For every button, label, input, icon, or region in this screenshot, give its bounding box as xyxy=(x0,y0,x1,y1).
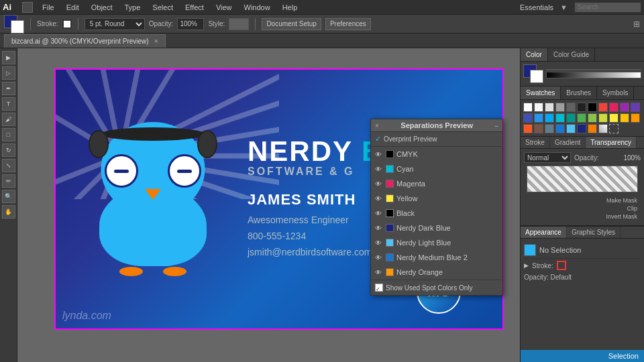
doc-setup-button[interactable]: Document Setup xyxy=(262,18,321,30)
swatch[interactable] xyxy=(631,103,640,112)
panel-collapse-icon[interactable]: – xyxy=(494,122,498,129)
grey-gradient-bar[interactable] xyxy=(546,72,641,78)
spot-colors-checkbox[interactable]: ✓ xyxy=(375,284,383,292)
swatch[interactable] xyxy=(523,124,533,133)
graphic-styles-tab[interactable]: Graphic Styles xyxy=(567,227,621,238)
sep-row-cyan[interactable]: 👁 Cyan xyxy=(371,162,502,176)
brushes-tab[interactable]: Brushes xyxy=(561,86,597,99)
pen-tool[interactable]: ✒ xyxy=(2,82,15,95)
menu-item-help[interactable]: Help xyxy=(280,3,301,11)
gradient-section-tab[interactable]: Gradient xyxy=(550,137,586,148)
eye-icon-nerdy-med[interactable]: 👁 xyxy=(375,254,383,261)
symbols-tab[interactable]: Symbols xyxy=(597,86,634,99)
panel-header[interactable]: × Separations Preview – xyxy=(371,119,502,132)
sep-row-black[interactable]: 👁 Black xyxy=(371,206,502,221)
menu-item-select[interactable]: Select xyxy=(150,3,176,11)
stroke-color-swatch[interactable] xyxy=(557,261,566,270)
swatch[interactable] xyxy=(566,113,576,123)
swatch[interactable] xyxy=(534,113,543,123)
menu-item-window[interactable]: Window xyxy=(241,3,273,11)
swatch[interactable] xyxy=(555,103,565,112)
eye-icon-nerdy-dark[interactable]: 👁 xyxy=(375,225,383,232)
swatches-tab[interactable]: Swatches xyxy=(521,86,561,99)
eye-icon-nerdy-orange[interactable]: 👁 xyxy=(375,269,383,276)
eye-icon-cmyk[interactable]: 👁 xyxy=(375,151,383,158)
sep-row-nerdy-dark[interactable]: 👁 Nerdy Dark Blue xyxy=(371,221,502,235)
stroke-swatch[interactable] xyxy=(62,19,72,29)
swatch[interactable] xyxy=(534,124,543,133)
swatch[interactable] xyxy=(577,103,586,112)
transparency-section-tab[interactable]: Transparency xyxy=(586,137,637,148)
blend-mode-select[interactable]: Normal xyxy=(524,152,571,163)
swatch[interactable] xyxy=(609,124,619,133)
swatch[interactable] xyxy=(545,124,554,133)
eye-icon-yellow[interactable]: 👁 xyxy=(375,195,383,202)
swatch[interactable] xyxy=(631,113,640,123)
rotate-tool[interactable]: ↻ xyxy=(2,143,15,157)
menu-item-view[interactable]: View xyxy=(213,3,235,11)
swatch[interactable] xyxy=(534,103,543,112)
eye-icon-black[interactable]: 👁 xyxy=(375,210,383,217)
menu-item-edit[interactable]: Edit xyxy=(64,3,82,11)
menu-item-effect[interactable]: Effect xyxy=(182,3,207,11)
color-gradient-bar[interactable] xyxy=(546,69,641,70)
stroke-section-tab[interactable]: Stroke xyxy=(521,137,550,148)
swatch[interactable] xyxy=(609,113,619,123)
overprint-check-icon[interactable]: ✓ xyxy=(375,135,381,143)
tab-close-icon[interactable]: × xyxy=(154,38,158,45)
swatch[interactable] xyxy=(609,103,619,112)
swatch[interactable] xyxy=(620,113,629,123)
hand-tool[interactable]: ✋ xyxy=(2,205,15,219)
menu-item-object[interactable]: Object xyxy=(89,3,115,11)
panel-close-icon[interactable]: × xyxy=(375,122,379,129)
sep-row-magenta[interactable]: 👁 Magenta xyxy=(371,176,502,191)
zoom-tool[interactable]: 🔍 xyxy=(2,190,15,203)
eye-icon-nerdy-light[interactable]: 👁 xyxy=(375,239,383,247)
sep-row-cmyk[interactable]: 👁 CMYK xyxy=(371,147,502,162)
document-tab[interactable]: bizcard.ai @ 300% (CMYK/Overprint Previe… xyxy=(4,34,166,48)
swatch[interactable] xyxy=(588,113,597,123)
color-tab[interactable]: Color xyxy=(521,48,548,61)
background-color[interactable] xyxy=(11,20,24,34)
swatch[interactable] xyxy=(588,103,597,112)
selection-tool[interactable]: ▶ xyxy=(2,51,15,64)
swatch[interactable] xyxy=(545,113,554,123)
eye-icon-magenta[interactable]: 👁 xyxy=(375,180,383,188)
swatch[interactable] xyxy=(566,103,576,112)
swatch[interactable] xyxy=(598,113,608,123)
brush-tool[interactable]: 🖌 xyxy=(2,113,15,126)
opacity-input[interactable] xyxy=(177,18,204,30)
sep-row-yellow[interactable]: 👁 Yellow xyxy=(371,191,502,206)
swatch[interactable] xyxy=(545,103,554,112)
direct-select-tool[interactable]: ▷ xyxy=(2,66,15,80)
text-tool[interactable]: T xyxy=(2,97,15,111)
sep-row-nerdy-med[interactable]: 👁 Nerdy Medium Blue 2 xyxy=(371,250,502,265)
search-input[interactable] xyxy=(574,2,641,13)
menu-item-file[interactable]: File xyxy=(40,3,57,11)
swatch[interactable] xyxy=(523,113,533,123)
swatch[interactable] xyxy=(577,113,586,123)
swatch[interactable] xyxy=(598,124,608,133)
workspace-chevron-icon[interactable]: ▼ xyxy=(560,3,568,11)
scale-tool[interactable]: ⤡ xyxy=(2,159,15,172)
swatch[interactable] xyxy=(577,124,586,133)
appearance-tab[interactable]: Appearance xyxy=(521,227,567,238)
shape-tool[interactable]: □ xyxy=(2,128,15,141)
menu-item-type[interactable]: Type xyxy=(122,3,144,11)
swatch[interactable] xyxy=(555,124,565,133)
eyedropper-tool[interactable]: ✏ xyxy=(2,174,15,188)
color-guide-tab[interactable]: Color Guide xyxy=(548,48,595,61)
workspace-selector[interactable]: Essentials xyxy=(520,3,553,11)
swatch[interactable] xyxy=(620,103,629,112)
eye-icon-cyan[interactable]: 👁 xyxy=(375,166,383,173)
swatch[interactable] xyxy=(588,124,597,133)
clip-button[interactable]: Clip xyxy=(527,205,637,212)
arrange-icon[interactable]: ⊞ xyxy=(633,19,640,29)
swatch[interactable] xyxy=(566,124,576,133)
make-mask-button[interactable]: Make Mask xyxy=(527,197,637,204)
brush-size-select[interactable]: 5 pt. Round xyxy=(85,18,145,30)
sep-row-nerdy-light[interactable]: 👁 Nerdy Light Blue xyxy=(371,235,502,250)
swatch[interactable] xyxy=(555,113,565,123)
preferences-button[interactable]: Preferences xyxy=(325,18,371,30)
bg-swatch[interactable] xyxy=(530,70,543,83)
